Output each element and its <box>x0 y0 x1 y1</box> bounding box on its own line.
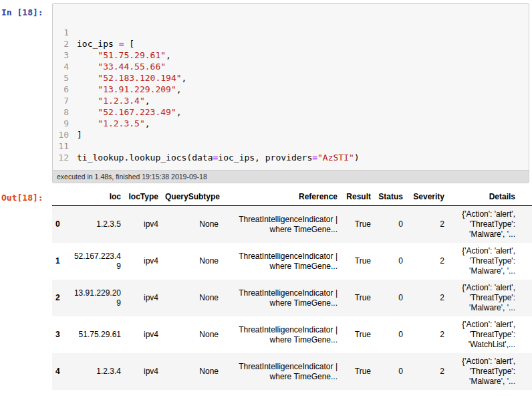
code-token: "1.2.3.4" <box>98 96 144 106</box>
code-token: ioc_ips, providers <box>218 153 312 163</box>
line-number: 6 <box>53 84 69 95</box>
line-number: 9 <box>53 118 69 129</box>
code-line <box>77 140 360 152</box>
dataframe-header: IocIocTypeQuerySubtypeReferenceResultSta… <box>52 189 532 206</box>
table-cell: ThreatIntelligenceIndicator | where Time… <box>222 243 341 280</box>
table-cell: 0 <box>374 316 406 353</box>
code-line: "1.2.3.4", <box>77 95 360 106</box>
code-line: ] <box>77 129 360 140</box>
table-row: 41.2.3.4ipv4NoneThreatIntelligenceIndica… <box>52 353 532 390</box>
code-token: "51.75.29.61" <box>98 50 166 60</box>
code-token <box>77 118 98 128</box>
code-token: "52.167.223.49" <box>98 107 176 117</box>
table-cell: 2 <box>406 206 448 243</box>
table-cell: None <box>162 280 222 316</box>
table-cell: '745A <box>519 316 532 353</box>
table-cell: None <box>162 353 222 390</box>
code-token: , <box>145 96 150 106</box>
table-cell: 2 <box>406 280 448 316</box>
table-cell: ipv4 <box>124 243 162 280</box>
code-token: ioc_ips <box>77 39 119 49</box>
table-cell: 'BF5 <box>519 353 532 390</box>
code-token: , <box>176 84 182 94</box>
column-header: Ioc <box>67 189 124 206</box>
code-cell: In [18]: 123456789101112 ioc_ips = [ "51… <box>0 3 532 183</box>
table-cell: 'A6A <box>519 243 532 280</box>
code-line: "1.2.3.5", <box>77 118 360 129</box>
table-row: 01.2.3.5ipv4NoneThreatIntelligenceIndica… <box>52 206 532 243</box>
table-cell: True <box>341 280 374 316</box>
column-header: Status <box>374 189 406 206</box>
code-line: "51.75.29.61", <box>77 50 360 61</box>
table-cell: '0F1B <box>519 280 532 316</box>
code-line: "33.44.55.66" <box>77 61 360 72</box>
code-token: "13.91.229.209" <box>98 84 176 94</box>
output-cell: Out[18]: IocIocTypeQuerySubtypeReference… <box>0 189 532 390</box>
code-token: "33.44.55.66" <box>98 62 166 72</box>
code-token <box>77 107 98 117</box>
input-prompt: In [18]: <box>0 3 52 17</box>
code-token: ti_lookup.lookup_iocs(data <box>77 153 213 163</box>
line-number: 3 <box>53 50 69 61</box>
code-token <box>77 96 98 106</box>
table-cell: ThreatIntelligenceIndicator | where Time… <box>222 206 341 243</box>
table-cell: ThreatIntelligenceIndicator | where Time… <box>222 316 341 353</box>
code-token <box>77 50 98 60</box>
execution-status: executed in 1.48s, finished 19:15:38 201… <box>53 170 529 183</box>
code-line <box>77 27 360 38</box>
table-cell: {'Action': 'alert', 'ThreatType': 'Malwa… <box>448 353 519 390</box>
table-cell: None <box>162 206 222 243</box>
table-cell: ThreatIntelligenceIndicator | where Time… <box>222 353 341 390</box>
line-number: 10 <box>53 129 69 140</box>
row-index: 1 <box>52 243 67 280</box>
table-cell: {'Action': 'alert', 'ThreatType': 'Malwa… <box>448 206 519 243</box>
table-cell: 52.167.223.49 <box>67 243 124 280</box>
table-cell: None <box>162 316 222 353</box>
column-header: Result <box>341 189 374 206</box>
column-header: Severity <box>406 189 448 206</box>
dataframe-body: 01.2.3.5ipv4NoneThreatIntelligenceIndica… <box>52 206 532 391</box>
code-token: "1.2.3.5" <box>98 118 144 128</box>
code-editor[interactable]: 123456789101112 ioc_ips = [ "51.75.29.61… <box>52 3 529 183</box>
column-header: Details <box>448 189 519 206</box>
table-cell: True <box>341 206 374 243</box>
column-header: QuerySubtype <box>162 189 222 206</box>
code-token: , <box>166 50 171 60</box>
row-index: 2 <box>52 280 67 316</box>
table-cell: 2 <box>406 353 448 390</box>
code-token: ) <box>354 153 360 163</box>
table-cell: 0 <box>374 353 406 390</box>
table-cell: {'Action': 'alert', 'ThreatType': 'Malwa… <box>448 280 519 316</box>
table-row: 213.91.229.209ipv4NoneThreatIntelligence… <box>52 280 532 316</box>
line-number: 1 <box>53 27 69 38</box>
code-line: "13.91.229.209", <box>77 84 360 95</box>
row-index: 3 <box>52 316 67 353</box>
code-token: , <box>176 107 182 117</box>
table-cell: ipv4 <box>124 353 162 390</box>
table-cell: 0 <box>374 243 406 280</box>
line-number: 7 <box>53 95 69 106</box>
table-cell: True <box>341 316 374 353</box>
line-number: 11 <box>53 140 69 152</box>
code-lines[interactable]: ioc_ips = [ "51.75.29.61", "33.44.55.66"… <box>77 27 360 163</box>
line-number: 12 <box>53 152 69 163</box>
table-cell: 13.91.229.209 <box>67 280 124 316</box>
line-number: 5 <box>53 72 69 84</box>
code-token <box>77 73 98 83</box>
output-dataframe: IocIocTypeQuerySubtypeReferenceResultSta… <box>52 189 532 390</box>
code-line: ti_lookup.lookup_iocs(data=ioc_ips, prov… <box>77 152 360 163</box>
table-cell: {'Action': 'alert', 'ThreatType': 'Watch… <box>448 316 519 353</box>
code-token: , <box>145 118 150 128</box>
code-area[interactable]: 123456789101112 ioc_ips = [ "51.75.29.61… <box>53 4 529 170</box>
code-token: "52.183.120.194" <box>98 73 181 83</box>
output-area: IocIocTypeQuerySubtypeReferenceResultSta… <box>52 189 532 390</box>
column-header <box>52 189 67 206</box>
table-cell: True <box>341 353 374 390</box>
code-line: "52.167.223.49", <box>77 106 360 118</box>
table-cell: {'Action': 'alert', 'ThreatType': 'Malwa… <box>448 243 519 280</box>
table-row: 351.75.29.61ipv4NoneThreatIntelligenceIn… <box>52 316 532 353</box>
table-cell: 1.2.3.5 <box>67 206 124 243</box>
code-token: [ <box>124 39 134 49</box>
table-cell: 1.2.3.4 <box>67 353 124 390</box>
line-numbers: 123456789101112 <box>53 27 77 163</box>
